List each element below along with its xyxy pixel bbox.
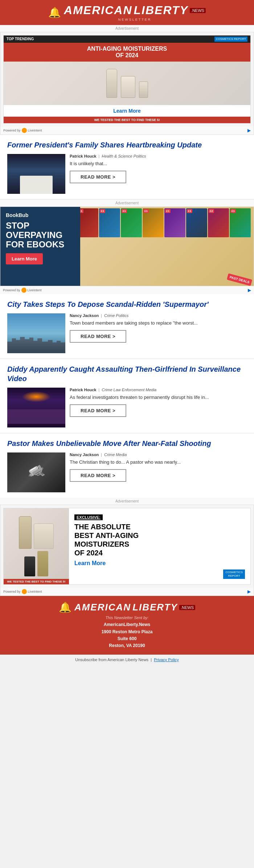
ad-large-learn-more-button[interactable]: Learn More xyxy=(74,560,245,567)
ad-arrow-1: ▶ xyxy=(247,128,251,133)
ad-tested-bottom: WE TESTED THE BEST TO FIND THESE 5! xyxy=(4,579,69,584)
article-3-title: Diddy Apparently Caught Assaulting Then-… xyxy=(7,364,247,383)
article-1-excerpt: It is unlikely that... xyxy=(70,160,247,167)
liveintent-label-3: LiveIntent xyxy=(28,590,42,593)
ad-tested-bar-1: WE TESTED THE BEST TO FIND THESE 5! xyxy=(4,117,250,123)
exclusive-label: EXCLUSIVE: xyxy=(74,514,103,520)
article-3-meta-body: Patrick Houck | Crime Law Enforcement Me… xyxy=(70,388,247,427)
bookbub-right-panel: £1 £1 £1 £1 £1 £1 £2 £1 PAST DEALS xyxy=(76,207,254,286)
ad-label-3: Advertisement xyxy=(0,498,254,505)
bottle-row-1 xyxy=(19,516,54,549)
liveintent-icon-1 xyxy=(22,128,27,133)
cosmetics-badge-right: COSMETICS REPORT xyxy=(223,569,245,579)
ad-powered-bar-1: Powered by LiveIntent ▶ xyxy=(0,126,254,134)
article-3: Diddy Apparently Caught Assaulting Then-… xyxy=(0,359,254,433)
footer-logo-part2: LIBERTY xyxy=(132,602,178,613)
bottle-1 xyxy=(106,69,117,98)
bookbub-logo: BookBub xyxy=(6,212,75,218)
article-4-title: Pastor Makes Unbelievable Move After Nea… xyxy=(7,439,247,448)
article-3-read-more[interactable]: READ MORE > xyxy=(70,404,126,417)
footer-logo-part1: AMERICAN xyxy=(74,602,131,613)
pound-badge-3: £1 xyxy=(122,209,127,213)
liveintent-label-1: LiveIntent xyxy=(28,129,42,132)
ad-banner-inner-1[interactable]: TOP TRENDING COSMETICS REPORT ANTI-AGING… xyxy=(3,35,251,124)
pound-badge-6: £1 xyxy=(187,209,192,213)
article-4-excerpt: The Christian thing to do... A pastor wh… xyxy=(70,459,247,466)
article-1-meta-body: Patrick Houck | Health & Science Politic… xyxy=(70,154,247,194)
site-footer: 🔔 AMERICAN LIBERTY .NEWS This Newsletter… xyxy=(0,596,254,655)
bookbub-learn-more[interactable]: Learn More xyxy=(6,253,43,264)
big-bottle-3 xyxy=(24,556,35,576)
footer-address-line3: Reston, VA 20190 xyxy=(7,642,247,649)
pound-badge-2: £1 xyxy=(100,209,105,213)
pound-badge-5: £1 xyxy=(165,209,171,213)
article-4-read-more[interactable]: READ MORE > xyxy=(70,469,126,482)
footer-bell-icon: 🔔 xyxy=(59,601,71,613)
powered-by-label-3: Powered by xyxy=(3,590,21,593)
footer-logo-area: 🔔 AMERICAN LIBERTY .NEWS xyxy=(7,601,247,613)
footer-bottom: Unsubscribe from American Liberty News |… xyxy=(0,655,254,665)
article-2-content: Nancy Jackson | Crime Politics Town boar… xyxy=(7,313,247,353)
bookbub-ad[interactable]: BookBub STOP OVERPAYING FOR EBOOKS Learn… xyxy=(0,206,254,286)
article-2-meta-body: Nancy Jackson | Crime Politics Town boar… xyxy=(70,313,247,353)
cosmetics-badge-1: COSMETICS REPORT xyxy=(214,37,247,42)
footer-newsletter-sent: This Newsletter Sent by: xyxy=(7,615,247,620)
article-4-image xyxy=(7,452,65,492)
ad-learn-more-button-1[interactable]: Learn More xyxy=(4,105,250,117)
product-bottles xyxy=(106,69,148,98)
ad-large[interactable]: WE TESTED THE BEST TO FIND THESE 5! EXCL… xyxy=(0,505,254,596)
article-1-read-more[interactable]: READ MORE > xyxy=(70,171,126,183)
liveintent-logo-1: Powered by LiveIntent xyxy=(3,128,42,133)
top-trending-label: TOP TRENDING xyxy=(7,37,34,41)
article-3-category: Crime Law Enforcement Media xyxy=(102,388,156,392)
article-1-meta: Patrick Houck | Health & Science Politic… xyxy=(70,154,247,158)
concert-image xyxy=(7,388,65,427)
book-6: £1 xyxy=(186,208,207,237)
ad-large-headline: THE ABSOLUTE BEST ANTI-AGING MOISTURIZER… xyxy=(74,522,245,557)
bottle-2 xyxy=(121,76,135,98)
ad-powered-bar-2: Powered by LiveIntent ▶ xyxy=(0,286,254,294)
powered-by-label-2: Powered by xyxy=(3,288,20,292)
big-bottle-4 xyxy=(37,551,48,576)
book-1: £1 xyxy=(77,208,98,237)
past-deals-badge: PAST DEALS xyxy=(226,273,252,286)
article-2-category: Crime Politics xyxy=(104,313,128,318)
liveintent-icon-2 xyxy=(21,288,26,293)
privacy-policy-link[interactable]: Privacy Policy xyxy=(154,658,179,662)
article-4-content: Nancy Jackson | Crime Media The Christia… xyxy=(7,452,247,492)
ad-banner-1: TOP TRENDING COSMETICS REPORT ANTI-AGING… xyxy=(0,32,254,135)
article-3-meta: Patrick Houck | Crime Law Enforcement Me… xyxy=(70,388,247,392)
article-1-image xyxy=(7,154,65,194)
bottle-3 xyxy=(139,82,148,98)
logo-area: 🔔 AMERICAN LIBERTY .NEWS NEWSLETTER xyxy=(7,4,247,21)
powered-by-label: Powered by xyxy=(3,129,21,132)
article-2-meta: Nancy Jackson | Crime Politics xyxy=(70,313,247,318)
article-4: Pastor Makes Unbelievable Move After Nea… xyxy=(0,433,254,498)
pound-badge-8: £1 xyxy=(230,209,236,213)
article-4-meta-body: Nancy Jackson | Crime Media The Christia… xyxy=(70,452,247,492)
article-1-title: Former President's Family Shares Heartbr… xyxy=(7,140,247,150)
pound-badge-4: £1 xyxy=(143,209,149,213)
footer-logo-dot: .NEWS xyxy=(179,605,195,610)
logo-dot-news: .NEWS xyxy=(190,8,206,13)
article-2-image xyxy=(7,313,65,353)
article-3-image xyxy=(7,388,65,427)
big-bottle-2 xyxy=(34,523,54,549)
liveintent-logo-2: Powered by LiveIntent xyxy=(3,288,42,293)
book-3: £1 xyxy=(121,208,142,237)
ad-arrow-2: ▶ xyxy=(248,288,251,293)
logo-text-part1: AMERICAN xyxy=(64,4,132,17)
book-8: £1 xyxy=(230,208,251,237)
article-1: Former President's Family Shares Heartbr… xyxy=(0,135,254,199)
article-3-author: Patrick Houck xyxy=(70,388,96,392)
ad-product-image xyxy=(4,62,250,105)
bell-icon: 🔔 xyxy=(48,7,61,18)
article-4-meta: Nancy Jackson | Crime Media xyxy=(70,452,247,457)
article-2-read-more[interactable]: READ MORE > xyxy=(70,330,126,343)
article-3-excerpt: As federal investigators threaten to per… xyxy=(70,394,247,401)
ad-powered-bar-3: Powered by LiveIntent ▶ xyxy=(0,588,254,596)
unsubscribe-text: Unsubscribe from American Liberty News xyxy=(75,658,148,662)
white-house-image xyxy=(7,154,65,194)
ad-label-2: Advertisement xyxy=(0,200,254,206)
footer-site-name: AmericanLiberty.News xyxy=(7,621,247,628)
